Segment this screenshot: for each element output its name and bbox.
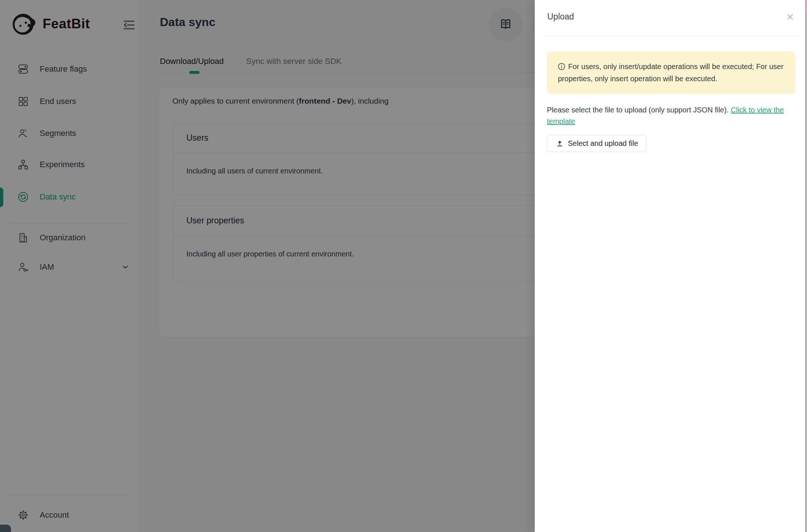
select-upload-file-button[interactable]: Select and upload file [547, 135, 647, 152]
upload-instruction: Please select the file to upload (only s… [547, 104, 795, 127]
upload-drawer: Upload For users, only insert/update ope… [535, 0, 810, 532]
upload-icon [556, 140, 564, 148]
drawer-title: Upload [547, 12, 574, 22]
close-icon[interactable] [783, 10, 798, 24]
info-icon [558, 63, 565, 70]
window-edge-line [806, 0, 806, 532]
app-screen: FeatBit Feature flags [0, 0, 810, 532]
info-alert: For users, only insert/update operations… [547, 51, 795, 94]
window-edge-accent [806, 0, 806, 12]
upload-button-label: Select and upload file [568, 139, 638, 148]
alert-text: For users, only insert/update operations… [558, 62, 784, 83]
drawer-header: Upload [545, 0, 800, 36]
